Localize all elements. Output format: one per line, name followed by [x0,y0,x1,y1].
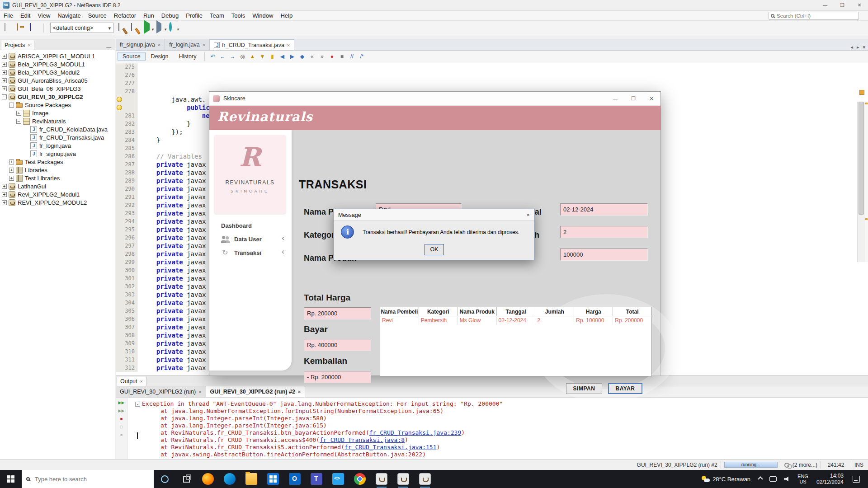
tree-item[interactable]: + ARISCA_XIPPLG1_MODUL1 [0,52,115,60]
weather-widget[interactable]: 28°C Berawan [697,476,755,483]
run-project-icon[interactable] [142,22,155,34]
more-processes-label[interactable]: (2 more...) [793,462,817,468]
tree-expander[interactable]: + [2,62,7,67]
find-next-icon[interactable]: ▼ [257,52,267,61]
search-input[interactable] [777,13,857,19]
transaksi-table[interactable]: Nama PembeliKategoriNama ProdukTanggalJu… [380,307,652,376]
tree-item[interactable]: + Bela_XIPPLG3_MODUL1 [0,60,115,68]
next-bookmark-icon[interactable]: ▶ [287,52,297,61]
tree-expander[interactable]: − [9,103,14,108]
table-cell[interactable]: Rp. 100000 [574,316,613,325]
document-list-icon[interactable]: ▾ [863,44,865,50]
task-view-button[interactable] [175,470,197,488]
touch-keyboard-icon[interactable] [769,476,777,482]
close-icon[interactable] [526,211,530,218]
minimize-button[interactable] [606,92,624,105]
tree-expander[interactable]: + [2,192,7,197]
editor-tab[interactable]: fr_CRUD_Transaksi.java [210,39,294,50]
clean-build-icon[interactable] [130,22,142,34]
action-center-icon[interactable] [853,476,860,483]
view-toggle-button[interactable]: Source [118,52,146,61]
language-indicator[interactable]: ENG US [794,474,812,484]
java-app-icon-2[interactable] [392,470,414,488]
total-harga-field[interactable] [304,307,371,319]
menu-item[interactable]: File [0,11,17,21]
toggle-bookmark-icon[interactable]: ◆ [297,52,307,61]
stop-run-icon[interactable]: ■ [120,416,123,422]
tree-expander[interactable]: + [2,200,7,205]
menu-item[interactable]: Window [249,11,277,21]
last-edit-icon[interactable]: ↶ [208,52,217,61]
vscode-icon[interactable] [327,470,349,488]
chevron-left-icon[interactable] [282,234,284,243]
profile-project-icon[interactable] [168,22,180,34]
menu-item[interactable]: View [34,11,54,21]
close-icon[interactable] [158,42,160,47]
file-explorer-icon[interactable] [241,470,262,488]
chrome-icon[interactable] [349,470,371,488]
tree-expander[interactable]: + [9,160,14,164]
progress-bar[interactable]: running... [724,462,778,468]
save-all-icon[interactable] [28,22,40,34]
close-button[interactable] [851,0,868,10]
chevron-left-icon[interactable] [282,247,284,256]
bayar-field[interactable] [304,339,371,351]
jumlah-field[interactable] [560,226,648,238]
sidebar-item[interactable]: Data User [209,232,292,246]
editor-tab[interactable]: fr_login.java [165,39,210,50]
tree-item[interactable]: − ReviNaturals [0,117,115,125]
tree-item[interactable]: + Image [0,109,115,117]
table-header-cell[interactable]: Harga [574,307,613,316]
ant-settings-icon[interactable]: □ [120,424,123,430]
debug-project-icon[interactable] [155,22,167,34]
tree-expander[interactable]: + [2,78,7,83]
menu-item[interactable]: Source [85,11,110,21]
simpan-button[interactable]: SIMPAN [566,383,602,394]
find-selection-icon[interactable]: ◎ [237,52,247,61]
output-tab[interactable]: Output [117,376,146,386]
tree-item[interactable]: + REVI_XIPPLG2_MODUL2 [0,198,115,206]
tree-expander[interactable]: + [16,111,21,116]
table-header-cell[interactable]: Kategori [419,307,458,316]
bayar-button[interactable]: BAYAR [608,383,642,394]
rerun-debug-icon[interactable]: ▶▶ [118,408,125,413]
tree-item[interactable]: + Test Packages [0,158,115,166]
open-project-icon[interactable] [15,22,28,34]
shift-right-icon[interactable]: » [317,52,327,61]
tree-expander[interactable]: + [2,86,7,91]
tree-item[interactable]: + Test Libraries [0,174,115,182]
tree-item[interactable]: + LatihanGui [0,182,115,190]
tree-item[interactable]: + Revi_XIPPLG2_Modul1 [0,190,115,198]
table-cell[interactable]: Revi [380,316,419,325]
tree-expander[interactable]: + [2,184,7,189]
close-button[interactable] [642,92,660,105]
java-app-icon-1[interactable] [371,470,392,488]
tree-item[interactable]: − Source Packages [0,101,115,109]
restore-button[interactable] [834,0,851,10]
fold-handle-icon[interactable]: - [135,402,140,407]
table-header-cell[interactable]: Total [613,307,651,316]
tree-expander[interactable]: − [2,94,7,99]
output-console[interactable]: -Exception in thread "AWT-EventQueue-0" … [128,398,868,459]
sidebar-item[interactable]: Dashboard [209,219,292,232]
tree-item[interactable]: fr_login.java [0,141,115,150]
menu-item[interactable]: Run [140,11,158,21]
run-tab[interactable]: GUI_REVI_30_XIPPLG2 (run) [116,386,206,397]
previous-bookmark-icon[interactable]: ◀ [277,52,287,61]
tree-expander[interactable]: + [9,176,14,181]
tree-item[interactable]: fr_CRUD_KelolaData.java [0,125,115,133]
build-project-icon[interactable] [117,22,129,34]
close-icon[interactable] [298,389,301,394]
microsoft-store-icon[interactable] [262,470,284,488]
table-cell[interactable]: Rp. 200000 [613,316,651,325]
rerun-icon[interactable]: ▶▶ [118,400,125,405]
view-toggle-button[interactable]: Design [146,52,174,61]
toggle-highlight-icon[interactable]: ▮ [267,52,277,61]
back-icon[interactable]: ← [217,52,227,61]
teams-icon[interactable] [306,470,327,488]
clock[interactable]: 14:03 02/12/2024 [812,473,848,485]
sidebar-item[interactable]: Transaksi [209,246,292,259]
close-icon[interactable] [203,42,205,47]
minimize-button[interactable] [816,0,834,10]
editor-tab[interactable]: fr_signup.java [116,39,165,50]
